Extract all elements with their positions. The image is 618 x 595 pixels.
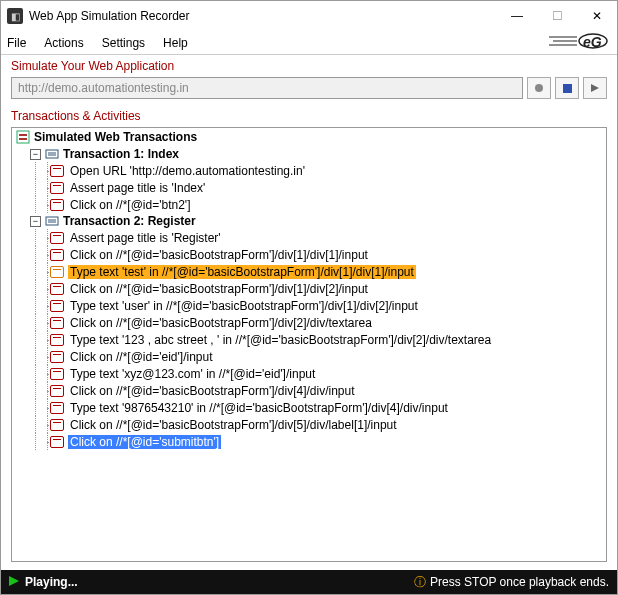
step-icon	[50, 165, 64, 177]
step-label: Click on //*[@id='btn2']	[68, 198, 193, 212]
tx2-step-7[interactable]: Type text '123 , abc street , ' in //*[@…	[12, 331, 606, 348]
tx2-step-1[interactable]: Assert page title is 'Register'	[12, 229, 606, 246]
svg-rect-10	[46, 150, 58, 158]
menubar: File Actions Settings Help eG	[1, 31, 617, 55]
tx2-label: Transaction 2: Register	[63, 214, 196, 228]
tx1-label: Transaction 1: Index	[63, 147, 179, 161]
transaction-icon	[45, 147, 59, 161]
step-label: Click on //*[@id='submitbtn']	[68, 435, 221, 449]
step-icon	[50, 334, 64, 346]
transactions-tree[interactable]: Simulated Web Transactions − Transaction…	[11, 127, 607, 562]
tx2-step-4[interactable]: Click on //*[@id='basicBootstrapForm']/d…	[12, 280, 606, 297]
step-icon	[50, 385, 64, 397]
step-icon	[50, 300, 64, 312]
step-label: Click on //*[@id='basicBootstrapForm']/d…	[68, 316, 374, 330]
step-icon	[50, 182, 64, 194]
svg-rect-7	[17, 131, 29, 143]
step-label: Type text '123 , abc street , ' in //*[@…	[68, 333, 493, 347]
transaction-icon	[45, 214, 59, 228]
svg-marker-6	[591, 84, 599, 92]
titlebar: ◧ Web App Simulation Recorder — ☐ ✕	[1, 1, 617, 31]
step-icon	[50, 419, 64, 431]
svg-point-5	[535, 84, 543, 92]
menu-file[interactable]: File	[7, 36, 26, 50]
tx1-step-3[interactable]: Click on //*[@id='btn2']	[12, 196, 606, 213]
tx2-step-8[interactable]: Click on //*[@id='eid']/input	[12, 348, 606, 365]
transactions-section-label: Transactions & Activities	[1, 105, 617, 125]
info-icon: ⓘ	[414, 574, 426, 591]
tx2-step-2[interactable]: Click on //*[@id='basicBootstrapForm']/d…	[12, 246, 606, 263]
minimize-button[interactable]: —	[497, 2, 537, 30]
close-button[interactable]: ✕	[577, 2, 617, 30]
tree-root[interactable]: Simulated Web Transactions	[12, 128, 606, 146]
playing-icon	[9, 575, 19, 589]
tx2-step-9[interactable]: Type text 'xyz@123.com' in //*[@id='eid'…	[12, 365, 606, 382]
step-icon	[50, 351, 64, 363]
tx2-step-5[interactable]: Type text 'user' in //*[@id='basicBootst…	[12, 297, 606, 314]
step-label: Click on //*[@id='basicBootstrapForm']/d…	[68, 282, 370, 296]
step-icon	[50, 436, 64, 448]
tx1-toggle[interactable]: −	[30, 149, 41, 160]
step-icon	[50, 368, 64, 380]
tx2-toggle[interactable]: −	[30, 216, 41, 227]
step-icon	[50, 402, 64, 414]
step-label: Click on //*[@id='basicBootstrapForm']/d…	[68, 248, 370, 262]
step-label: Open URL 'http://demo.automationtesting.…	[68, 164, 307, 178]
tx2-row[interactable]: − Transaction 2: Register	[12, 213, 606, 229]
url-row	[1, 75, 617, 105]
simulate-section-label: Simulate Your Web Application	[1, 55, 617, 75]
tx1-step-1[interactable]: Open URL 'http://demo.automationtesting.…	[12, 162, 606, 179]
step-icon-active	[50, 266, 64, 278]
tx2-step-3[interactable]: Type text 'test' in //*[@id='basicBootst…	[12, 263, 606, 280]
statusbar: Playing... ⓘ Press STOP once playback en…	[1, 570, 617, 594]
svg-rect-13	[46, 217, 58, 225]
step-label: Type text 'xyz@123.com' in //*[@id='eid'…	[68, 367, 317, 381]
step-icon	[50, 283, 64, 295]
status-text: Playing...	[25, 575, 78, 589]
play-button[interactable]	[583, 77, 607, 99]
step-label: Type text 'test' in //*[@id='basicBootst…	[68, 265, 416, 279]
tree-root-icon	[16, 130, 30, 144]
tx2-step-12[interactable]: Click on //*[@id='basicBootstrapForm']/d…	[12, 416, 606, 433]
step-label: Type text '9876543210' in //*[@id='basic…	[68, 401, 450, 415]
window-title: Web App Simulation Recorder	[29, 9, 497, 23]
svg-text:eG: eG	[583, 34, 602, 50]
menu-settings[interactable]: Settings	[102, 36, 145, 50]
logo-icon: eG	[549, 29, 609, 56]
url-input[interactable]	[11, 77, 523, 99]
step-label: Click on //*[@id='basicBootstrapForm']/d…	[68, 418, 399, 432]
menu-help[interactable]: Help	[163, 36, 188, 50]
step-label: Type text 'user' in //*[@id='basicBootst…	[68, 299, 420, 313]
tx2-step-13[interactable]: Click on //*[@id='submitbtn']	[12, 433, 606, 450]
tx2-step-10[interactable]: Click on //*[@id='basicBootstrapForm']/d…	[12, 382, 606, 399]
app-icon: ◧	[7, 8, 23, 24]
tx2-step-6[interactable]: Click on //*[@id='basicBootstrapForm']/d…	[12, 314, 606, 331]
svg-rect-9	[19, 138, 27, 140]
tx2-step-11[interactable]: Type text '9876543210' in //*[@id='basic…	[12, 399, 606, 416]
step-label: Assert page title is 'Register'	[68, 231, 223, 245]
svg-rect-8	[19, 134, 27, 136]
record-button[interactable]	[527, 77, 551, 99]
step-icon	[50, 232, 64, 244]
tx1-step-2[interactable]: Assert page title is 'Index'	[12, 179, 606, 196]
tx1-row[interactable]: − Transaction 1: Index	[12, 146, 606, 162]
menu-actions[interactable]: Actions	[44, 36, 83, 50]
step-label: Click on //*[@id='eid']/input	[68, 350, 215, 364]
stop-button[interactable]	[555, 77, 579, 99]
status-hint: Press STOP once playback ends.	[430, 575, 609, 589]
svg-marker-16	[9, 576, 19, 586]
tree-root-label: Simulated Web Transactions	[34, 130, 197, 144]
step-icon	[50, 317, 64, 329]
step-label: Assert page title is 'Index'	[68, 181, 207, 195]
step-label: Click on //*[@id='basicBootstrapForm']/d…	[68, 384, 357, 398]
step-icon	[50, 249, 64, 261]
step-icon	[50, 199, 64, 211]
maximize-button[interactable]: ☐	[537, 2, 577, 30]
